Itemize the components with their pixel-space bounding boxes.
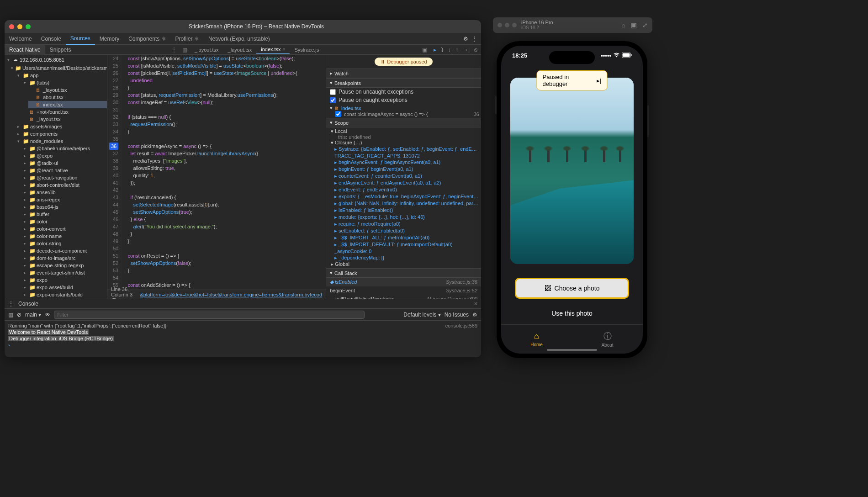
gear-icon[interactable]: ⚙: [463, 36, 468, 42]
folder-item[interactable]: ▸📁color-name: [22, 233, 107, 240]
step-into-icon[interactable]: ↓: [448, 47, 451, 53]
choose-photo-button[interactable]: 🖼 Choose a photo: [515, 278, 629, 299]
callstack-frame[interactable]: beginEventSystrace.js:52: [326, 286, 481, 295]
kebab-icon[interactable]: ⋮: [171, 47, 180, 53]
scope-variable[interactable]: ▸ exports: {__esModule: true, beginAsync…: [328, 193, 479, 200]
scope-variable[interactable]: ▸ beginEvent: ƒ beginEvent(a0, a1): [328, 166, 479, 173]
scope-variable[interactable]: _asyncCookie: 0: [328, 248, 479, 254]
section-callstack[interactable]: ▾Call Stack: [326, 268, 481, 278]
scope-variable[interactable]: ▸ setEnabled: ƒ setEnabled(a0): [328, 227, 479, 234]
folder-item[interactable]: ▸📁base64-js: [22, 203, 107, 211]
tab-network[interactable]: Network (Expo, unstable): [204, 33, 275, 44]
clear-console-icon[interactable]: ⊘: [17, 312, 21, 318]
file-item-active[interactable]: index.tsx: [43, 102, 63, 107]
scope-variable[interactable]: ▸ require: ƒ metroRequire(a0): [328, 221, 479, 227]
folder-item[interactable]: ▸📁dom-to-image/src: [22, 254, 107, 262]
eye-icon[interactable]: 👁: [45, 312, 50, 318]
editor-tab-layout1[interactable]: _layout.tsx: [190, 46, 223, 54]
zoom-icon[interactable]: [26, 24, 31, 29]
scope-variable[interactable]: ▸ Systrace: {isEnabled: ƒ, setEnabled: ƒ…: [328, 146, 479, 153]
simulator-screen[interactable]: 18:25 ••••• Paused in debugger ▸| 🖼 Choo…: [501, 46, 643, 354]
tab-memory[interactable]: Memory: [95, 33, 124, 44]
pause-caught-checkbox[interactable]: Pause on caught exceptions: [326, 96, 481, 104]
scope-closure[interactable]: Closure (…): [335, 140, 362, 145]
step-icon[interactable]: →|: [463, 47, 470, 53]
scope-global[interactable]: Global: [335, 261, 349, 267]
step-out-icon[interactable]: ↑: [455, 47, 458, 53]
tab-sources[interactable]: Sources: [66, 33, 95, 45]
scope-variable[interactable]: ▸ module: {exports: {…}, hot: {…}, id: 4…: [328, 214, 479, 221]
section-breakpoints[interactable]: ▾Breakpoints: [326, 78, 481, 88]
close-icon[interactable]: ×: [474, 301, 477, 307]
folder-item[interactable]: ▸📁ansi-regex: [22, 196, 107, 203]
scope-variable[interactable]: ▸ _$$_IMPORT_DEFAULT: ƒ metroImportDefau…: [328, 241, 479, 248]
callstack-frame[interactable]: __callReactNativeMicrotasksMessageQueue.…: [326, 295, 481, 299]
scope-variable[interactable]: TRACE_TAG_REACT_APPS: 131072: [328, 153, 479, 159]
file-item[interactable]: +not-found.tsx: [37, 109, 69, 115]
gear-icon[interactable]: ⚙: [472, 312, 477, 318]
scope-variable[interactable]: ▸ isEnabled: ƒ isEnabled(): [328, 207, 479, 214]
folder-item[interactable]: ▸📁color-convert: [22, 225, 107, 233]
sidebar-toggle-icon[interactable]: ▥: [8, 312, 13, 318]
scope-variable[interactable]: ▸ global: {NaN: NaN, Infinity: Infinity,…: [328, 200, 479, 207]
folder-project[interactable]: Users/amanhimself/Desktop/stickersmash: [22, 65, 107, 71]
folder-item[interactable]: ▸📁expo: [22, 276, 107, 284]
source-link[interactable]: &platform=ios&dev=true&hot=false&transfo…: [140, 292, 322, 297]
scope-variable[interactable]: ▸ endAsyncEvent: ƒ endAsyncEvent(a0, a1,…: [328, 180, 479, 186]
kebab-icon[interactable]: ⋮: [472, 36, 477, 42]
context-selector[interactable]: main ▾: [25, 312, 41, 318]
folder-item[interactable]: ▸📁expo-asset/build: [22, 284, 107, 291]
tab-components[interactable]: Components ⚛: [124, 33, 170, 44]
file-item[interactable]: _layout.tsx: [37, 116, 61, 122]
scope-variable[interactable]: ▸ _$$_IMPORT_ALL: ƒ metroImportAll(a0): [328, 234, 479, 241]
folder-item[interactable]: node_modules: [30, 138, 63, 144]
resume-icon[interactable]: ▸: [434, 47, 436, 53]
code-body[interactable]: const [showAppOptions, setShowAppOptions…: [122, 55, 326, 290]
scope-local[interactable]: Local: [335, 128, 347, 134]
screenshot-icon[interactable]: ▣: [631, 21, 637, 29]
minimize-icon[interactable]: [17, 24, 22, 29]
console-prompt[interactable]: ›: [8, 342, 477, 348]
folder-item[interactable]: ▸📁color-string: [22, 240, 107, 247]
folder-item[interactable]: ▸📁anser/lib: [22, 189, 107, 196]
folder-app[interactable]: app: [30, 73, 38, 78]
deactivate-bp-icon[interactable]: ⎋: [474, 47, 477, 53]
tab-welcome[interactable]: Welcome: [5, 33, 37, 44]
step-over-icon[interactable]: ⤵: [441, 47, 444, 53]
folder-item[interactable]: components: [30, 131, 58, 137]
scope-variable[interactable]: ▸ _dependencyMap: []: [328, 254, 479, 261]
use-photo-button[interactable]: Use this photo: [501, 310, 643, 317]
subtab-snippets[interactable]: Snippets: [45, 45, 76, 55]
folder-item[interactable]: ▸📁expo-constants/build: [22, 291, 107, 298]
code-editor[interactable]: 2425262728293031323334353637383940414243…: [107, 55, 326, 299]
bp-file[interactable]: index.tsx: [341, 106, 361, 111]
editor-tab-layout2[interactable]: _layout.tsx: [223, 46, 257, 54]
close-icon[interactable]: [9, 24, 14, 29]
folder-item[interactable]: ▸📁color: [22, 218, 107, 225]
folder-item[interactable]: assets/images: [30, 124, 62, 129]
pause-uncaught-checkbox[interactable]: Pause on uncaught exceptions: [326, 88, 481, 96]
resume-icon[interactable]: ▸|: [597, 77, 601, 84]
filter-input[interactable]: [54, 311, 365, 319]
editor-tab-index[interactable]: index.tsx×: [256, 45, 290, 54]
home-indicator[interactable]: [547, 349, 597, 351]
folder-item[interactable]: ▸📁event-target-shim/dist: [22, 269, 107, 276]
line-gutter[interactable]: 2425262728293031323334353637383940414243…: [107, 55, 122, 290]
folder-item[interactable]: ▸📁abort-controller/dist: [22, 181, 107, 189]
log-levels-dropdown[interactable]: Default levels ▾: [403, 312, 440, 318]
folder-item[interactable]: ▸📁@react-navigation: [22, 174, 107, 181]
file-item[interactable]: about.tsx: [43, 95, 64, 100]
expand-icon[interactable]: ⤢: [642, 21, 648, 29]
file-item[interactable]: _layout.tsx: [43, 87, 67, 93]
file-navigator[interactable]: ▾☁ 192.168.0.105:8081 ▾📁Users/amanhimsel…: [5, 55, 107, 299]
folder-item[interactable]: ▸📁escape-string-regexp: [22, 262, 107, 269]
section-scope[interactable]: ▾Scope: [326, 118, 481, 127]
home-icon[interactable]: ⌂: [622, 21, 625, 29]
console-output[interactable]: Running "main" with {"rootTag":1,"initia…: [5, 321, 481, 357]
subtab-react-native[interactable]: React Native: [5, 45, 45, 55]
tab-console[interactable]: Console: [37, 33, 66, 44]
editor-tab-systrace[interactable]: Systrace.js: [290, 46, 323, 54]
bp-checkbox[interactable]: [335, 111, 341, 117]
toggle-pane-icon[interactable]: ▣: [419, 47, 430, 53]
kebab-icon[interactable]: ⋮: [8, 301, 14, 307]
